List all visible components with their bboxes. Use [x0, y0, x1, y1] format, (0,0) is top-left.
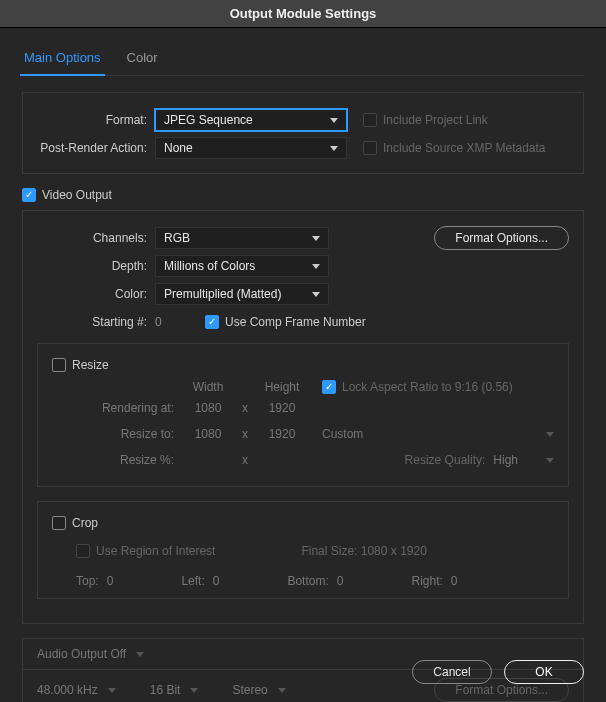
crop-top-value[interactable]: 0 [107, 574, 114, 588]
content: Main Options Color Format: JPEG Sequence… [0, 28, 606, 702]
chevron-down-icon [330, 118, 338, 123]
titlebar: Output Module Settings [0, 0, 606, 28]
cancel-button[interactable]: Cancel [412, 660, 492, 684]
resize-height-value[interactable]: 1920 [256, 427, 308, 441]
chevron-down-icon [546, 432, 554, 437]
include-project-link-checkbox[interactable] [363, 113, 377, 127]
depth-label: Depth: [37, 259, 155, 273]
output-module-dialog: Output Module Settings Main Options Colo… [0, 0, 606, 702]
resize-label: Resize [72, 358, 109, 372]
chevron-down-icon [312, 236, 320, 241]
rendering-at-label: Rendering at: [52, 401, 182, 415]
crop-label: Crop [72, 516, 98, 530]
post-render-select[interactable]: None [155, 137, 347, 159]
channels-label: Channels: [37, 231, 155, 245]
audio-sample-rate-select[interactable]: 48.000 kHz [37, 683, 130, 697]
chevron-down-icon [108, 688, 116, 693]
height-col-label: Height [256, 380, 308, 394]
starting-number-value[interactable]: 0 [155, 315, 195, 329]
include-xmp-label: Include Source XMP Metadata [383, 141, 546, 155]
dialog-title: Output Module Settings [230, 6, 377, 21]
include-xmp-checkbox[interactable] [363, 141, 377, 155]
include-project-link-label: Include Project Link [383, 113, 488, 127]
final-size-label: Final Size: 1080 x 1920 [301, 544, 426, 558]
chevron-down-icon [136, 652, 144, 657]
use-comp-frame-checkbox[interactable] [205, 315, 219, 329]
chevron-down-icon [312, 264, 320, 269]
crop-left-label: Left: [181, 574, 204, 588]
resize-quality-label: Resize Quality: [405, 453, 486, 467]
video-output-panel: Channels: RGB Format Options... Depth: M… [22, 210, 584, 624]
post-render-label: Post-Render Action: [37, 141, 155, 155]
video-output-checkbox[interactable] [22, 188, 36, 202]
resize-checkbox[interactable] [52, 358, 66, 372]
ok-button[interactable]: OK [504, 660, 584, 684]
rendering-width-value: 1080 [182, 401, 234, 415]
chevron-down-icon [312, 292, 320, 297]
crop-bottom-label: Bottom: [287, 574, 328, 588]
depth-select[interactable]: Millions of Colors [155, 255, 329, 277]
audio-channels-select[interactable]: Stereo [232, 683, 299, 697]
chevron-down-icon [546, 458, 554, 463]
lock-aspect-label: Lock Aspect Ratio to 9:16 (0.56) [342, 380, 513, 394]
resize-pct-label: Resize %: [52, 453, 182, 467]
crop-checkbox[interactable] [52, 516, 66, 530]
video-output-label: Video Output [42, 188, 112, 202]
starting-number-label: Starting #: [37, 315, 155, 329]
crop-right-label: Right: [411, 574, 442, 588]
resize-preset-select[interactable]: Custom [322, 427, 377, 441]
dialog-buttons: Cancel OK [412, 660, 584, 684]
tab-color[interactable]: Color [125, 46, 160, 75]
resize-panel: Resize Width Height Lock Aspect Ratio to… [37, 343, 569, 487]
use-roi-checkbox[interactable] [76, 544, 90, 558]
chevron-down-icon [330, 146, 338, 151]
color-label: Color: [37, 287, 155, 301]
resize-to-label: Resize to: [52, 427, 182, 441]
chevron-down-icon [190, 688, 198, 693]
resize-quality-select[interactable]: High [493, 453, 532, 467]
crop-left-value[interactable]: 0 [213, 574, 220, 588]
tab-main-options[interactable]: Main Options [22, 46, 103, 75]
width-col-label: Width [182, 380, 234, 394]
crop-right-value[interactable]: 0 [451, 574, 458, 588]
use-comp-frame-label: Use Comp Frame Number [225, 315, 366, 329]
lock-aspect-checkbox[interactable] [322, 380, 336, 394]
audio-output-select[interactable]: Audio Output Off [37, 647, 158, 661]
rendering-height-value: 1920 [256, 401, 308, 415]
use-roi-label: Use Region of Interest [96, 544, 215, 558]
tabs: Main Options Color [22, 46, 584, 76]
chevron-down-icon [278, 688, 286, 693]
resize-width-value[interactable]: 1080 [182, 427, 234, 441]
crop-bottom-value[interactable]: 0 [337, 574, 344, 588]
video-output-header: Video Output [22, 188, 584, 202]
crop-top-label: Top: [76, 574, 99, 588]
crop-panel: Crop Use Region of Interest Final Size: … [37, 501, 569, 599]
format-panel: Format: JPEG Sequence Include Project Li… [22, 92, 584, 174]
format-select[interactable]: JPEG Sequence [155, 109, 347, 131]
format-label: Format: [37, 113, 155, 127]
format-options-button[interactable]: Format Options... [434, 226, 569, 250]
color-select[interactable]: Premultiplied (Matted) [155, 283, 329, 305]
audio-bit-depth-select[interactable]: 16 Bit [150, 683, 213, 697]
channels-select[interactable]: RGB [155, 227, 329, 249]
